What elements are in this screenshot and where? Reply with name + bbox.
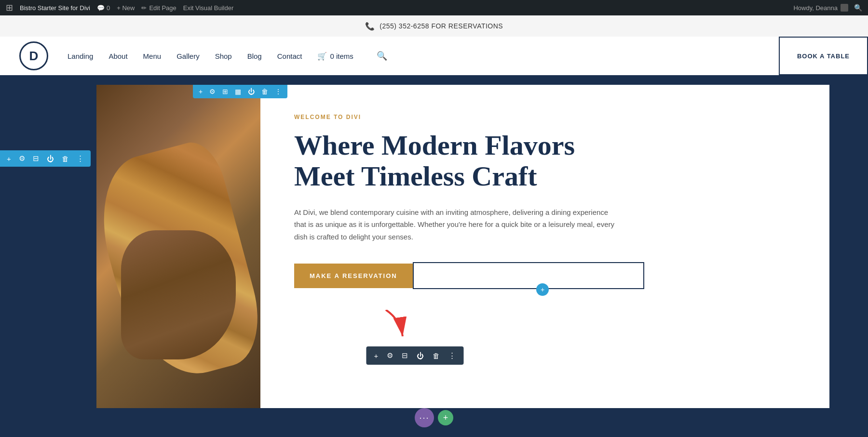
heading-line1: Where Modern Flavors xyxy=(294,130,575,161)
nav-item-blog[interactable]: Blog xyxy=(247,52,262,60)
green-plus-icon: + xyxy=(443,413,448,423)
comment-icon: 💬 xyxy=(97,4,105,12)
cart-icon: 🛒 xyxy=(317,52,327,61)
vb-row-toolbar[interactable]: + ⚙ ⊟ ⏻ 🗑 ⋮ xyxy=(0,150,91,167)
edit-page-button[interactable]: ✏ Edit Page xyxy=(141,4,176,12)
dots-icon: ··· xyxy=(419,413,429,423)
row-disable-icon[interactable]: ⏻ xyxy=(248,88,255,95)
module-clone-icon[interactable]: ⊟ xyxy=(402,351,408,360)
nav-item-landing[interactable]: Landing xyxy=(68,52,93,60)
logo-letter: D xyxy=(29,49,39,64)
module-disable-icon[interactable]: ⏻ xyxy=(417,352,424,360)
cta-add-button[interactable]: + xyxy=(536,283,549,296)
howdy-label: Howdy, Deanna xyxy=(793,4,838,12)
howdy-text: Howdy, Deanna xyxy=(793,4,848,12)
row-settings-icon[interactable]: ⚙ xyxy=(209,88,216,95)
comment-bubble[interactable]: 💬 0 xyxy=(97,4,110,12)
module-delete-icon[interactable]: 🗑 xyxy=(433,352,440,360)
logo-area[interactable]: D xyxy=(19,41,48,70)
main-heading: Where Modern Flavors Meet Timeless Craft xyxy=(294,130,791,192)
green-add-button[interactable]: + xyxy=(438,410,453,425)
row-add-icon[interactable]: + xyxy=(199,88,203,95)
arrow-annotation xyxy=(376,310,627,350)
description-text: At Divi, we blend contemporary cuisine w… xyxy=(294,206,622,243)
site-name[interactable]: Bistro Starter Site for Divi xyxy=(20,4,90,12)
vb-settings-icon[interactable]: ⚙ xyxy=(19,154,25,163)
nav-item-gallery[interactable]: Gallery xyxy=(176,52,200,60)
new-button[interactable]: + New xyxy=(117,4,135,12)
row-grid-icon[interactable]: ▦ xyxy=(235,88,241,95)
row-more-icon[interactable]: ⋮ xyxy=(275,88,282,95)
comment-count: 0 xyxy=(107,4,110,12)
image-column xyxy=(96,85,260,408)
nav-item-menu[interactable]: Menu xyxy=(143,52,162,60)
cart-area[interactable]: 🛒 0 items xyxy=(317,52,353,61)
nav-item-about[interactable]: About xyxy=(108,52,127,60)
edit-page-label: Edit Page xyxy=(149,4,176,12)
book-table-label: BOOK A TABLE xyxy=(797,53,850,60)
nav-item-shop[interactable]: Shop xyxy=(215,52,232,60)
module-add-icon[interactable]: + xyxy=(374,352,378,360)
content-section: + ⚙ ⊞ ▦ ⏻ 🗑 ⋮ WELCOME TO DIVI Where Mode… xyxy=(96,85,829,408)
vb-disable-icon[interactable]: ⏻ xyxy=(47,155,54,163)
heading-line2: Meet Timeless Craft xyxy=(294,160,537,192)
exit-vb-button[interactable]: Exit Visual Builder xyxy=(183,4,234,12)
vb-clone-icon[interactable]: ⊟ xyxy=(33,154,39,163)
cta-area: MAKE A RESERVATION + xyxy=(294,262,791,289)
row-delete-icon[interactable]: 🗑 xyxy=(261,88,268,95)
floating-controls: ··· + xyxy=(415,408,453,427)
new-label: + New xyxy=(117,4,135,12)
row-toolbar[interactable]: + ⚙ ⊞ ▦ ⏻ 🗑 ⋮ xyxy=(193,85,287,98)
phone-text: (255) 352-6258 FOR RESERVATIONS xyxy=(380,22,503,30)
module-more-icon[interactable]: ⋮ xyxy=(448,351,456,360)
phone-bar: 📞 (255) 352-6258 FOR RESERVATIONS xyxy=(0,15,868,37)
phone-icon: 📞 xyxy=(365,22,375,31)
module-settings-icon[interactable]: ⚙ xyxy=(387,351,393,360)
site-logo[interactable]: D xyxy=(19,41,48,70)
vb-add-icon[interactable]: + xyxy=(7,155,11,163)
avatar xyxy=(841,4,848,12)
welcome-text: WELCOME TO DIVI xyxy=(294,114,791,120)
main-wrapper: + ⚙ ⊟ ⏻ 🗑 ⋮ + ⚙ ⊞ ▦ ⏻ 🗑 ⋮ WELCOME TO DIV… xyxy=(0,75,868,437)
vb-delete-icon[interactable]: 🗑 xyxy=(62,155,69,163)
module-toolbar[interactable]: + ⚙ ⊟ ⏻ 🗑 ⋮ xyxy=(366,346,463,365)
food-image xyxy=(96,85,260,408)
learn-more-border xyxy=(413,262,644,289)
pencil-icon: ✏ xyxy=(141,4,147,12)
search-icon[interactable]: 🔍 xyxy=(377,51,387,61)
exit-vb-label: Exit Visual Builder xyxy=(183,4,234,12)
row-layout-icon[interactable]: ⊞ xyxy=(222,88,228,95)
wp-logo-icon[interactable]: ⊞ xyxy=(6,2,13,13)
purple-dots-button[interactable]: ··· xyxy=(415,408,434,427)
site-header: D Landing About Menu Gallery Shop Blog C… xyxy=(0,37,868,75)
reservation-label: MAKE A RESERVATION xyxy=(310,272,397,279)
book-table-button[interactable]: BOOK A TABLE xyxy=(779,37,868,75)
cart-count: 0 items xyxy=(330,52,353,60)
nav-menu: Landing About Menu Gallery Shop Blog Con… xyxy=(68,51,849,61)
admin-bar: ⊞ Bistro Starter Site for Divi 💬 0 + New… xyxy=(0,0,868,15)
nav-item-contact[interactable]: Contact xyxy=(277,52,302,60)
text-column: WELCOME TO DIVI Where Modern Flavors Mee… xyxy=(260,85,829,408)
reservation-button[interactable]: MAKE A RESERVATION xyxy=(294,264,413,288)
admin-search-icon[interactable]: 🔍 xyxy=(854,4,862,12)
vb-more-icon[interactable]: ⋮ xyxy=(77,154,84,163)
